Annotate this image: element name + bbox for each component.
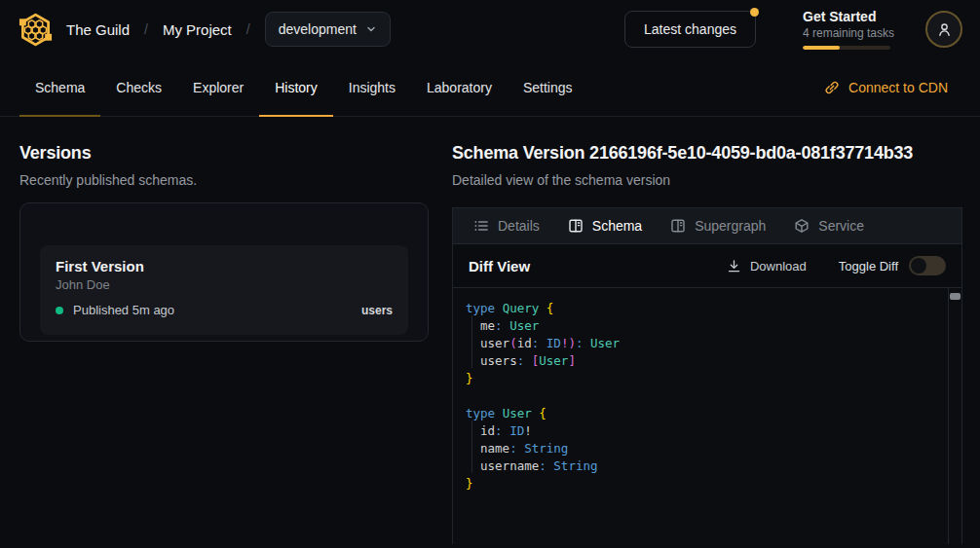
breadcrumb-separator: / xyxy=(246,21,250,37)
tab-schema[interactable]: Schema xyxy=(19,58,100,116)
download-label: Download xyxy=(750,259,807,274)
get-started-widget[interactable]: Get Started 4 remaining tasks xyxy=(803,9,912,50)
diff-view-title: Diff View xyxy=(469,258,530,274)
versions-title: Versions xyxy=(19,143,429,164)
version-list-item[interactable]: First Version John Doe Published 5m ago … xyxy=(40,245,408,335)
version-name: First Version xyxy=(56,258,393,274)
detail-tab-details[interactable]: Details xyxy=(473,218,540,234)
person-icon xyxy=(936,21,953,38)
app-window: The Guild / My Project / development Lat… xyxy=(0,0,980,548)
version-status-row: Published 5m ago users xyxy=(56,303,393,317)
main-nav: Schema Checks Explorer History Insights … xyxy=(0,58,980,117)
detail-tab-label: Details xyxy=(498,218,540,234)
tab-explorer[interactable]: Explorer xyxy=(177,58,259,116)
list-icon xyxy=(473,218,489,234)
version-detail-title: Schema Version 2166196f-5e10-4059-bd0a-0… xyxy=(452,143,962,164)
chevron-down-icon xyxy=(365,23,377,35)
versions-list-card: First Version John Doe Published 5m ago … xyxy=(19,202,429,342)
progress-bar-fill xyxy=(803,46,840,50)
diff-view-header: Diff View Download Toggle Diff xyxy=(453,244,961,288)
code-block: type Query { me: User user(id: ID!): Use… xyxy=(466,300,946,493)
toggle-knob xyxy=(911,258,926,274)
detail-tab-label: Supergraph xyxy=(695,218,766,234)
download-button[interactable]: Download xyxy=(727,259,807,274)
schema-code-viewer[interactable]: type Query { me: User user(id: ID!): Use… xyxy=(453,288,961,544)
download-icon xyxy=(727,259,741,274)
get-started-subtitle: 4 remaining tasks xyxy=(803,26,912,40)
toggle-diff-switch[interactable] xyxy=(909,256,946,275)
tab-settings[interactable]: Settings xyxy=(508,58,588,116)
connect-cdn-label: Connect to CDN xyxy=(848,80,948,95)
top-bar-actions: Latest changes Get Started 4 remaining t… xyxy=(624,9,962,50)
versions-subtitle: Recently published schemas. xyxy=(19,172,429,188)
detail-tab-bar: Details Schema xyxy=(453,208,961,244)
version-author: John Doe xyxy=(56,277,393,292)
tab-insights[interactable]: Insights xyxy=(333,58,411,116)
breadcrumb-organization[interactable]: The Guild xyxy=(66,21,130,38)
code-scrollbar-handle[interactable] xyxy=(950,293,961,300)
main-content: Versions Recently published schemas. Fir… xyxy=(0,117,980,548)
code-scrollbar[interactable] xyxy=(948,288,961,544)
version-detail-panel: Details Schema xyxy=(452,207,962,544)
version-status: Published 5m ago xyxy=(73,303,174,317)
user-menu-button[interactable] xyxy=(925,11,962,48)
version-detail-subtitle: Detailed view of the schema version xyxy=(452,172,962,188)
detail-tab-label: Schema xyxy=(592,218,642,234)
tab-laboratory[interactable]: Laboratory xyxy=(411,58,508,116)
toggle-diff-label: Toggle Diff xyxy=(839,259,898,274)
tab-history[interactable]: History xyxy=(259,58,333,116)
target-selector[interactable]: development xyxy=(265,12,391,47)
split-panel-icon xyxy=(670,218,686,234)
hive-logo-icon[interactable] xyxy=(18,12,54,48)
notification-dot xyxy=(750,8,759,17)
breadcrumb: The Guild / My Project / development xyxy=(66,12,391,47)
split-panel-icon xyxy=(568,218,584,234)
latest-changes-label: Latest changes xyxy=(644,21,736,37)
breadcrumb-project[interactable]: My Project xyxy=(163,21,232,38)
latest-changes-button[interactable]: Latest changes xyxy=(624,11,756,48)
detail-tab-schema[interactable]: Schema xyxy=(568,218,642,234)
service-name-badge: users xyxy=(361,304,393,317)
diff-view-actions: Download Toggle Diff xyxy=(727,256,946,275)
connect-cdn-link[interactable]: Connect to CDN xyxy=(824,58,948,116)
breadcrumb-separator: / xyxy=(144,21,148,37)
top-bar: The Guild / My Project / development Lat… xyxy=(0,0,980,58)
published-dot-icon xyxy=(56,307,63,314)
versions-section: Versions Recently published schemas. Fir… xyxy=(19,143,429,548)
progress-bar xyxy=(803,46,890,50)
link-icon xyxy=(824,80,840,95)
detail-tab-service[interactable]: Service xyxy=(794,218,864,234)
target-selector-value: development xyxy=(279,21,357,37)
version-detail-section: Schema Version 2166196f-5e10-4059-bd0a-0… xyxy=(452,143,962,548)
tab-checks[interactable]: Checks xyxy=(100,58,177,116)
cube-icon xyxy=(794,218,810,234)
detail-tab-supergraph[interactable]: Supergraph xyxy=(670,218,766,234)
get-started-title: Get Started xyxy=(803,9,912,24)
detail-tab-label: Service xyxy=(818,218,864,234)
